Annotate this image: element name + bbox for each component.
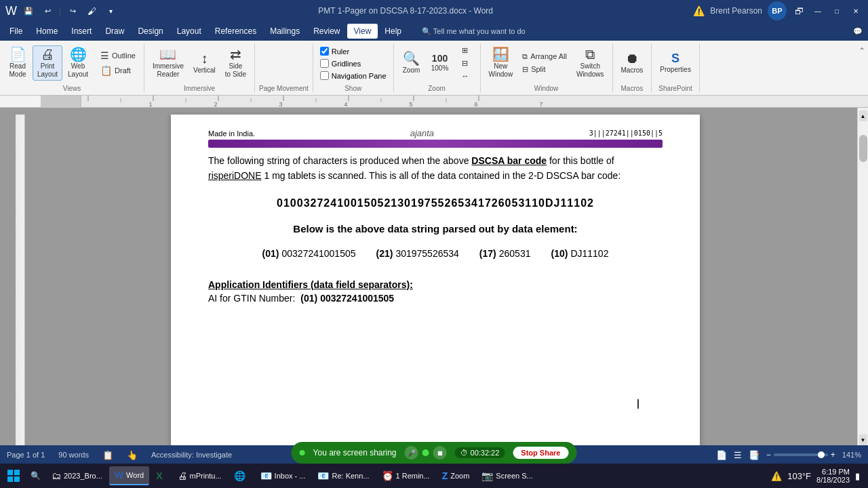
word-icon: W [5,4,17,18]
accessibility[interactable]: Accessibility: Investigate [151,451,232,459]
warn-icon: ⚠️ [693,5,705,16]
zoom-minus[interactable]: − [766,450,771,460]
switch-windows-btn[interactable]: ⧉ SwitchWindows [572,46,608,80]
ribbon-group-page-movement: Page Movement [255,43,313,92]
page-info[interactable]: Page 1 of 1 [7,451,45,459]
scroll-up-btn[interactable]: ▲ [859,110,867,121]
stop-share-button[interactable]: Stop Share [513,447,568,459]
taskbar-reminder[interactable]: ⏰ 1 Remin... [376,466,435,485]
immersive-buttons: 📖 ImmersiveReader ↕ Vertical ⇄ Sideto Si… [149,43,250,83]
draft-icon: 📋 [100,65,112,76]
menu-review[interactable]: Review [307,24,347,39]
immersive-reader-btn[interactable]: 📖 ImmersiveReader [149,46,188,80]
show-desktop-btn[interactable]: ▮ [855,471,860,481]
menu-view[interactable]: View [347,24,378,39]
close-btn[interactable]: ✕ [849,4,863,18]
menu-insert[interactable]: Insert [64,24,98,39]
taskbar-inbox[interactable]: 📧 Inbox - ... [255,466,311,485]
chat-icon[interactable]: 💬 [850,24,865,39]
data-cell-10: (10) DJ11102 [551,248,608,259]
menu-design[interactable]: Design [131,24,170,39]
ruler-check-input[interactable] [320,47,329,56]
menu-draw[interactable]: Draw [98,24,131,39]
navigation-pane-checkbox[interactable]: Navigation Pane [319,70,388,81]
tell-me-input[interactable]: 🔍 Tell me what you want to do [422,27,526,36]
menu-mailings[interactable]: Mailings [263,24,307,39]
view-layout-icon[interactable]: ☰ [734,450,742,460]
zoom-level[interactable]: 141% [842,451,861,459]
ruler-checkbox[interactable]: Ruler [319,46,351,56]
web-layout-btn[interactable]: 🌐 WebLayout [64,46,92,80]
menu-layout[interactable]: Layout [170,24,208,39]
restore-btn[interactable]: 🗗 [792,4,806,18]
risperidone-text: risperiDONE [208,170,262,181]
arrange-all-btn[interactable]: ⧉Arrange All [518,51,571,62]
zoom-buttons: 🔍 Zoom 100 100% ⊞ ⊟ ↔ [398,43,476,83]
menu-help[interactable]: Help [378,24,408,39]
customize-btn[interactable]: ▾ [103,3,118,18]
outline-btn[interactable]: ☰ Outline [96,49,140,62]
print-layout-btn[interactable]: 🖨 PrintLayout [33,45,62,81]
tray-warning[interactable]: ⚠️ [771,471,782,481]
print-icon: 🖨 [178,470,187,481]
proofing-icon: 📋 [102,450,113,460]
sharepoint-icon: S [671,52,679,64]
tray-clock[interactable]: 6:19 PM 8/18/2023 [816,468,850,484]
vertical-scrollbar[interactable]: ▲ ▼ [857,108,868,445]
sharing-stop-icon[interactable]: ⏹ [433,446,447,460]
gridlines-checkbox[interactable]: Gridlines [319,58,362,68]
nav-pane-check-input[interactable] [320,71,329,80]
menu-home[interactable]: Home [29,24,64,39]
format-paint-btn[interactable]: 🖌 [84,3,99,18]
new-window-btn[interactable]: 🪟 NewWindow [485,46,517,80]
word-count[interactable]: 90 words [58,451,89,459]
page-width-btn[interactable]: ↔ [458,70,476,81]
view-web-icon[interactable]: 📑 [749,450,760,460]
one-page-btn[interactable]: ⊞ [458,45,476,56]
read-mode-btn[interactable]: 📄 ReadMode [4,46,31,80]
draft-btn[interactable]: 📋 Draft [96,64,140,77]
taskbar-screen[interactable]: 📷 Screen S... [476,466,538,485]
document-scroll[interactable]: Made in India. ajanta 3|||27241||0150||5… [41,108,830,445]
redo-quick-btn[interactable]: ↪ [65,3,80,18]
side-to-side-btn[interactable]: ⇄ Sideto Side [221,46,250,80]
zoom-plus[interactable]: + [831,450,835,460]
multiple-pages-btn[interactable]: ⊟ [458,58,476,69]
value-21: 301975526534 [395,248,458,259]
undo-quick-btn[interactable]: ↩ [40,3,55,18]
menu-file[interactable]: File [3,24,29,39]
taskbar-search-btn[interactable]: 🔍 [26,466,45,485]
sharing-dot [300,450,305,455]
zoom-btn[interactable]: 🔍 Zoom [398,50,425,76]
taskbar-print[interactable]: 🖨 mPrintu... [172,466,227,485]
taskbar-zoom[interactable]: Z Zoom [437,466,475,485]
save-quick-btn[interactable]: 💾 [21,3,36,18]
svg-text:7: 7 [539,101,542,108]
properties-btn[interactable]: S Properties [656,51,695,75]
taskbar-excel[interactable]: X [151,466,170,485]
maximize-btn[interactable]: □ [830,4,844,18]
gridlines-check-input[interactable] [320,59,329,68]
user-avatar[interactable]: BP [768,1,787,20]
taskbar-explorer[interactable]: 🗂 2023_Bro... [46,466,108,485]
zoom-100-btn[interactable]: 100 100% [427,52,454,74]
screen-sharing-bar: You are screen sharing 🎤 ⏹ ⏱ 00:32:22 St… [292,442,577,464]
macros-buttons: ⏺ Macros [617,43,648,83]
macros-btn[interactable]: ⏺ Macros [617,50,648,76]
split-btn[interactable]: ⊟Split [518,64,571,75]
scroll-down-btn[interactable]: ▼ [859,434,867,445]
start-button[interactable] [3,466,24,485]
scroll-thumb[interactable] [859,135,867,162]
taskbar-word[interactable]: W Word [109,466,149,485]
menu-references[interactable]: References [208,24,263,39]
view-read-icon[interactable]: 📄 [716,450,727,460]
taskbar-chrome[interactable]: 🌐 [229,466,254,485]
ribbon-collapse-btn[interactable]: ⌃ [856,43,868,92]
taskbar-email[interactable]: 📧 Re: Kenn... [312,466,374,485]
ribbon-group-immersive: 📖 ImmersiveReader ↕ Vertical ⇄ Sideto Si… [144,43,255,92]
zoom-slider[interactable] [774,453,828,456]
data-cell-01: (01) 00327241001505 [262,248,356,259]
vertical-btn[interactable]: ↕ Vertical [189,50,220,76]
sharing-mic-icon[interactable]: 🎤 [405,446,418,460]
minimize-btn[interactable]: — [811,4,825,18]
